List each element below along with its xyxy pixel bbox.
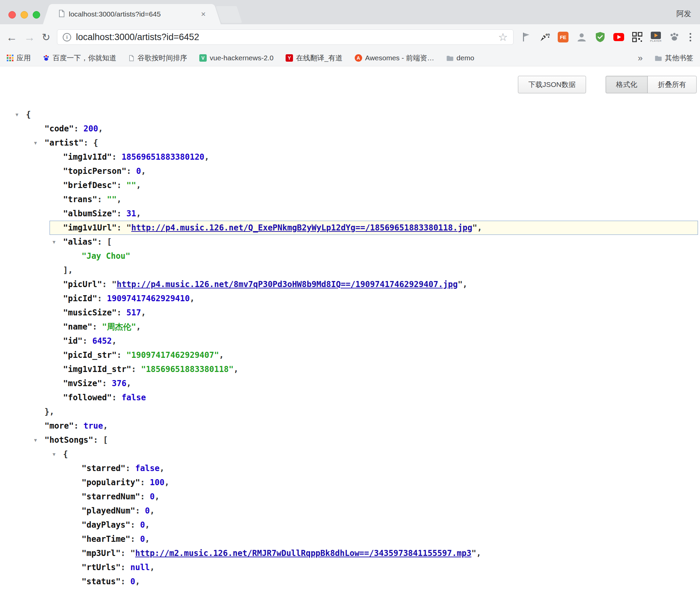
bookmark-awesomes[interactable]: A Awesomes - 前端资… bbox=[355, 53, 434, 63]
json-token: , bbox=[136, 322, 141, 332]
json-token: "" bbox=[107, 195, 117, 204]
collapse-arrow-icon[interactable]: ▼ bbox=[53, 235, 55, 249]
bookmark-youdao-translate[interactable]: Y 在线翻译_有道 bbox=[286, 53, 343, 63]
bookmark-baidu[interactable]: 百度一下，你就知道 bbox=[43, 53, 116, 63]
collapse-arrow-icon[interactable]: ▼ bbox=[16, 107, 18, 122]
json-line: "img1v1Id_str": "18569651883380118", bbox=[0, 362, 700, 376]
collapse-arrow-icon[interactable]: ▼ bbox=[34, 136, 37, 150]
player-extension-icon[interactable]: PLAYER bbox=[650, 31, 662, 43]
tab-close-icon[interactable]: × bbox=[201, 9, 206, 19]
paw-extension-icon[interactable] bbox=[669, 31, 680, 43]
vue-icon: V bbox=[199, 54, 207, 62]
reload-button[interactable]: ↻ bbox=[42, 31, 50, 43]
json-line: "trans": "", bbox=[0, 192, 700, 207]
json-token: , bbox=[126, 379, 131, 388]
document-icon bbox=[128, 55, 135, 62]
forward-button[interactable]: → bbox=[24, 32, 35, 43]
folder-icon bbox=[446, 55, 454, 61]
close-window-button[interactable] bbox=[8, 11, 16, 19]
shield-extension-icon[interactable] bbox=[594, 31, 606, 43]
json-line: "starred": false, bbox=[0, 461, 700, 475]
json-token: : bbox=[131, 365, 141, 374]
json-token: "周杰伦" bbox=[102, 322, 136, 332]
youtube-extension-icon[interactable] bbox=[613, 31, 624, 43]
json-link[interactable]: http://p4.music.126.net/8mv7qP30Pd3oHW8b… bbox=[117, 280, 458, 289]
bookmarks-overflow-icon[interactable]: » bbox=[638, 53, 643, 63]
json-token: : bbox=[112, 152, 122, 162]
bookmark-star-icon[interactable]: ☆ bbox=[498, 32, 508, 42]
json-line: ▼"alias": [ bbox=[0, 235, 700, 249]
bookmark-apps[interactable]: 应用 bbox=[7, 53, 31, 63]
json-line: "albumSize": 31, bbox=[0, 207, 700, 221]
json-line: "picUrl": "http://p4.music.126.net/8mv7q… bbox=[0, 277, 700, 291]
bookmark-google-sort[interactable]: 谷歌按时间排序 bbox=[128, 53, 187, 63]
download-json-button[interactable]: 下载JSON数据 bbox=[518, 76, 586, 93]
json-token: : bbox=[121, 549, 130, 558]
translate-pen-extension-icon[interactable]: en bbox=[539, 31, 550, 43]
json-token: "popularity" bbox=[82, 478, 140, 487]
tab-title: localhost:3000/artists?id=645 bbox=[69, 10, 198, 18]
json-token: "albumSize" bbox=[63, 209, 117, 218]
json-token: : bbox=[112, 393, 122, 402]
json-line: "code": 200, bbox=[0, 122, 700, 136]
bookmark-vue-hackernews[interactable]: V vue-hackernews-2.0 bbox=[199, 54, 273, 62]
json-link[interactable]: http://m2.music.126.net/RMJR7wDullRqppBk… bbox=[135, 549, 471, 558]
json-token: : bbox=[93, 435, 103, 445]
json-token: ], bbox=[63, 266, 73, 275]
json-token: , bbox=[165, 478, 169, 487]
minimize-window-button[interactable] bbox=[21, 11, 28, 19]
json-link[interactable]: http://p4.music.126.net/Q_ExePNkmgB2yWyL… bbox=[131, 223, 472, 232]
back-button[interactable]: ← bbox=[6, 32, 17, 43]
json-token: : bbox=[97, 237, 107, 247]
json-token: , bbox=[145, 520, 150, 530]
site-info-icon[interactable]: i bbox=[63, 33, 71, 41]
collapse-all-button[interactable]: 折叠所有 bbox=[647, 76, 697, 93]
json-line: }, bbox=[0, 405, 700, 419]
browser-menu-icon[interactable] bbox=[687, 33, 694, 41]
json-token: , bbox=[136, 209, 141, 218]
json-token: , bbox=[141, 166, 146, 176]
json-actions: 下载JSON数据 格式化 折叠所有 bbox=[0, 66, 700, 93]
json-token: : bbox=[117, 350, 126, 360]
json-token: : bbox=[97, 195, 107, 204]
collapse-arrow-icon[interactable]: ▼ bbox=[53, 447, 55, 461]
json-token: , bbox=[103, 421, 108, 431]
json-token: 0 bbox=[130, 577, 135, 586]
json-line: "topicPerson": 0, bbox=[0, 164, 700, 178]
json-token: "status" bbox=[82, 577, 121, 586]
collapse-arrow-icon[interactable]: ▼ bbox=[34, 433, 37, 447]
json-token: 376 bbox=[112, 379, 126, 388]
json-token: " bbox=[471, 549, 476, 558]
new-tab-button[interactable] bbox=[216, 6, 242, 23]
fehelper-extension-icon[interactable]: FE bbox=[557, 31, 569, 43]
svg-text:en: en bbox=[546, 32, 550, 36]
json-line: "briefDesc": "", bbox=[0, 178, 700, 192]
json-token: "hotSongs" bbox=[45, 435, 93, 445]
qrcode-extension-icon[interactable] bbox=[632, 31, 643, 43]
json-token: "name" bbox=[63, 322, 92, 332]
json-token: , bbox=[145, 534, 150, 544]
json-token: }, bbox=[45, 407, 54, 416]
browser-tab[interactable]: localhost:3000/artists?id=645 × bbox=[51, 4, 212, 24]
json-token: : bbox=[83, 336, 92, 346]
json-token: 0 bbox=[140, 520, 145, 530]
profile-extension-icon[interactable] bbox=[576, 31, 587, 43]
json-line: "picId_str": "19097417462929407", bbox=[0, 348, 700, 362]
json-token: : bbox=[92, 322, 102, 332]
json-token: "mvSize" bbox=[63, 379, 102, 388]
bookmark-demo-folder[interactable]: demo bbox=[446, 54, 474, 62]
json-token: "rtUrls" bbox=[82, 563, 121, 572]
json-token: "starred" bbox=[82, 464, 125, 473]
json-token: 200 bbox=[84, 124, 98, 133]
flag-extension-icon[interactable] bbox=[520, 31, 532, 43]
json-line: "status": 0, bbox=[0, 574, 700, 589]
json-token: "picId" bbox=[63, 294, 97, 303]
browser-toolbar: ← → ↻ i localhost:3000/artists?id=6452 ☆… bbox=[0, 24, 700, 50]
address-bar[interactable]: i localhost:3000/artists?id=6452 ☆ bbox=[57, 29, 514, 45]
json-token: , bbox=[477, 223, 482, 232]
other-bookmarks-folder[interactable]: 其他书签 bbox=[655, 53, 693, 63]
fullscreen-window-button[interactable] bbox=[33, 11, 40, 19]
tab-strip: localhost:3000/artists?id=645 × 阿发 bbox=[0, 0, 700, 24]
format-button[interactable]: 格式化 bbox=[606, 76, 648, 93]
json-token: , bbox=[135, 577, 140, 586]
